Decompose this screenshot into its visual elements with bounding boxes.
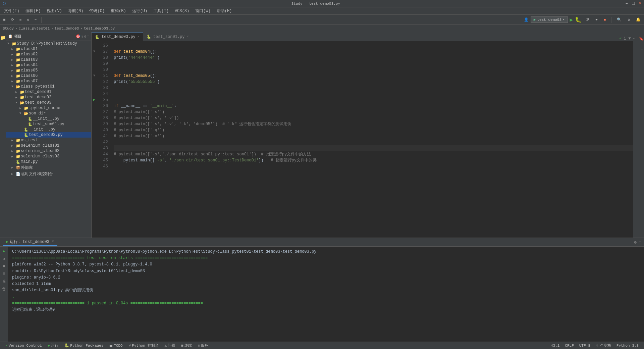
tree-item-external-libs[interactable]: ▶ 📦 外部库 bbox=[6, 164, 91, 171]
term-icon-print[interactable]: 🖨 bbox=[1, 278, 7, 285]
close-button[interactable]: × bbox=[639, 1, 641, 6]
bottom-minimize-icon[interactable]: − bbox=[639, 240, 641, 245]
right-icon-bookmark[interactable]: 🔖 bbox=[638, 34, 644, 43]
breadcrumb-test-demo03[interactable]: test_demo03 bbox=[55, 27, 79, 31]
tree-item-selenium02[interactable]: ▶ 📁 selenium_class02 bbox=[6, 148, 91, 154]
status-position[interactable]: 43:1 bbox=[548, 344, 562, 348]
tree-item-test-demo02[interactable]: ▶ 📁 test_demo02 bbox=[6, 95, 91, 100]
run-tab-close[interactable]: × bbox=[52, 240, 54, 244]
tree-item-demo03-init[interactable]: ▶ 🐍 __init__.py bbox=[6, 127, 91, 132]
menu-help[interactable]: 帮助(H) bbox=[214, 7, 235, 14]
search-everywhere-button[interactable]: 🔍 bbox=[615, 17, 624, 22]
menu-edit[interactable]: 编辑(E) bbox=[23, 7, 44, 14]
status-terminal[interactable]: ⊞ 终端 bbox=[178, 343, 195, 348]
tree-item-selenium01[interactable]: ▶ 📁 selenium_class01 bbox=[6, 143, 91, 148]
status-run[interactable]: ▶ 运行 bbox=[45, 343, 61, 348]
status-problems[interactable]: ⚠ 问题 bbox=[162, 343, 178, 348]
expand-icon[interactable]: ⋯ bbox=[633, 36, 635, 41]
menu-view[interactable]: 视图(V) bbox=[44, 7, 65, 14]
tree-item-son-dir[interactable]: ▼ 📂 son_dir bbox=[6, 111, 91, 116]
term-icon-run[interactable]: ▶ bbox=[2, 248, 6, 254]
menu-vcs[interactable]: VCS(S) bbox=[172, 8, 192, 14]
status-version-control[interactable]: ✓ Version Control bbox=[3, 343, 45, 348]
toolbar-btn-minus[interactable]: − bbox=[33, 17, 39, 22]
maximize-button[interactable]: □ bbox=[632, 1, 635, 6]
tree-item-selenium03[interactable]: ▶ 📁 selenium_class03 bbox=[6, 154, 91, 159]
tree-item-class06[interactable]: ▶ 📁 class06 bbox=[6, 73, 91, 79]
tree-item-root[interactable]: ▼ 📁 Study D:\PythonTest\Study bbox=[6, 41, 91, 46]
tab-close-2[interactable]: × bbox=[186, 35, 189, 39]
gutter-35[interactable]: ▶ bbox=[92, 97, 97, 103]
debug-button[interactable]: 🐛 bbox=[575, 16, 582, 23]
profile-button[interactable]: ⏱ bbox=[584, 17, 591, 22]
menu-run[interactable]: 运行(U) bbox=[129, 7, 150, 14]
breadcrumb-study[interactable]: Study bbox=[3, 27, 14, 31]
project-structure-button[interactable]: ⊞ bbox=[1, 17, 8, 22]
tree-item-class03[interactable]: ▶ 📁 class03 bbox=[6, 57, 91, 62]
code-content[interactable]: def test_demo04(): print('4444444444') d… bbox=[111, 41, 633, 238]
sidebar-tool-hide[interactable]: − bbox=[87, 34, 89, 39]
term-icon-clear[interactable]: 🗑 bbox=[1, 286, 7, 292]
tab-test-demo03[interactable]: 🐍 test_demo03.py × bbox=[92, 33, 143, 41]
tree-item-class05[interactable]: ▶ 📁 class05 bbox=[6, 68, 91, 73]
menu-tools[interactable]: 工具(T) bbox=[151, 7, 171, 14]
status-python-version[interactable]: Python 3.8 bbox=[614, 344, 641, 348]
toolbar-btn-list[interactable]: ≡ bbox=[17, 17, 24, 22]
status-python-console[interactable]: ⚡ Python 控制台 bbox=[126, 343, 161, 348]
tree-item-test-demo03[interactable]: ▼ 📂 test_demo03 bbox=[6, 100, 91, 105]
coverage-button[interactable]: ☂ bbox=[593, 17, 600, 22]
gutter-31[interactable]: ▼ bbox=[92, 73, 97, 79]
tree-item-test-son01[interactable]: ▶ 🐍 test_son01.py bbox=[6, 121, 91, 127]
menu-window[interactable]: 窗口(W) bbox=[193, 7, 213, 14]
settings-button[interactable]: ⚙ bbox=[626, 17, 632, 22]
term-icon-rerun[interactable]: ↺ bbox=[2, 256, 6, 262]
breadcrumb-class-pytest01[interactable]: class_pytest01 bbox=[19, 27, 50, 31]
toolbar-btn-gear[interactable]: ⚙ bbox=[25, 17, 31, 22]
menu-file[interactable]: 文件(F) bbox=[1, 7, 22, 14]
status-indent[interactable]: 4 个空格 bbox=[593, 343, 614, 348]
toolbar-btn-sync[interactable]: ⟳ bbox=[9, 17, 16, 22]
breadcrumb-file[interactable]: test_demo03.py bbox=[84, 27, 115, 31]
term-icon-stop[interactable]: ■ bbox=[2, 263, 6, 269]
tree-item-pytest-cache[interactable]: ▶ 📁 .pytest_cache bbox=[6, 105, 91, 111]
tab-run[interactable]: ▶ 运行: test_demo03 × bbox=[3, 238, 57, 246]
tab-close-1[interactable]: × bbox=[138, 35, 140, 39]
status-python-packages[interactable]: 🐍 Python Packages bbox=[62, 343, 106, 348]
term-icon-list[interactable]: ≡ bbox=[2, 271, 6, 277]
tree-label-selenium03: selenium_class03 bbox=[21, 154, 59, 159]
sidebar-tool-locate[interactable]: 🎯 bbox=[76, 34, 80, 39]
tree-item-class01[interactable]: ▶ 📁 class01 bbox=[6, 46, 91, 52]
run-button[interactable]: ▶ bbox=[570, 16, 573, 23]
tree-item-son-init[interactable]: ▶ 🐍 __init__.py bbox=[6, 116, 91, 121]
tab-test-son01[interactable]: 🐍 test_son01.py × bbox=[143, 33, 193, 41]
tree-item-test-demo01[interactable]: ▶ 📁 test_demo01 bbox=[6, 89, 91, 95]
run-config-selector[interactable]: ▶ test_demo03 ▾ bbox=[531, 16, 568, 23]
menu-refactor[interactable]: 重构(B) bbox=[108, 7, 129, 14]
minimize-button[interactable]: – bbox=[626, 1, 628, 6]
tree-item-test-demo03-py[interactable]: ▶ 🐍 test_demo03.py bbox=[6, 132, 91, 138]
right-icon-structure[interactable]: ⋮ bbox=[638, 45, 644, 54]
sidebar-tool-gear[interactable]: ⚙ bbox=[84, 34, 87, 39]
tree-item-class07[interactable]: ▶ 📁 class07 bbox=[6, 79, 91, 84]
tree-item-os-test[interactable]: ▶ 📁 os_test bbox=[6, 138, 91, 143]
bottom-settings-icon[interactable]: ⚙ bbox=[634, 240, 637, 245]
tree-item-class-pytest01[interactable]: ▼ 📂 class_pytest01 bbox=[6, 84, 91, 89]
tree-item-class02[interactable]: ▶ 📁 class02 bbox=[6, 52, 91, 57]
notifications-button[interactable]: 🔔 bbox=[634, 17, 643, 22]
status-services[interactable]: ⚙ 服务 bbox=[195, 343, 211, 348]
sidebar-tool-expand[interactable]: ⇅ bbox=[81, 34, 84, 39]
left-icon-1[interactable]: 📁 bbox=[0, 34, 6, 42]
tree-item-temp-files[interactable]: ▶ 📄 临时文件和控制台 bbox=[6, 171, 91, 177]
stop-button[interactable]: ■ bbox=[602, 17, 608, 22]
menu-navigate[interactable]: 导航(N) bbox=[65, 7, 86, 14]
tree-arrow-selenium03: ▶ bbox=[11, 155, 15, 158]
user-icon[interactable]: 👤 bbox=[524, 17, 529, 22]
editor-scrollbar[interactable] bbox=[633, 41, 638, 238]
tree-item-class04[interactable]: ▶ 📁 class04 bbox=[6, 62, 91, 68]
gutter-27[interactable]: ▼ bbox=[92, 49, 97, 55]
status-encoding[interactable]: CRLF bbox=[562, 344, 576, 348]
tree-item-main-py[interactable]: ▶ 🐍 main.py bbox=[6, 159, 91, 164]
menu-code[interactable]: 代码(C) bbox=[87, 7, 107, 14]
status-todo[interactable]: ☰ TODO bbox=[107, 343, 125, 348]
status-char-encoding[interactable]: UTF-8 bbox=[577, 344, 593, 348]
